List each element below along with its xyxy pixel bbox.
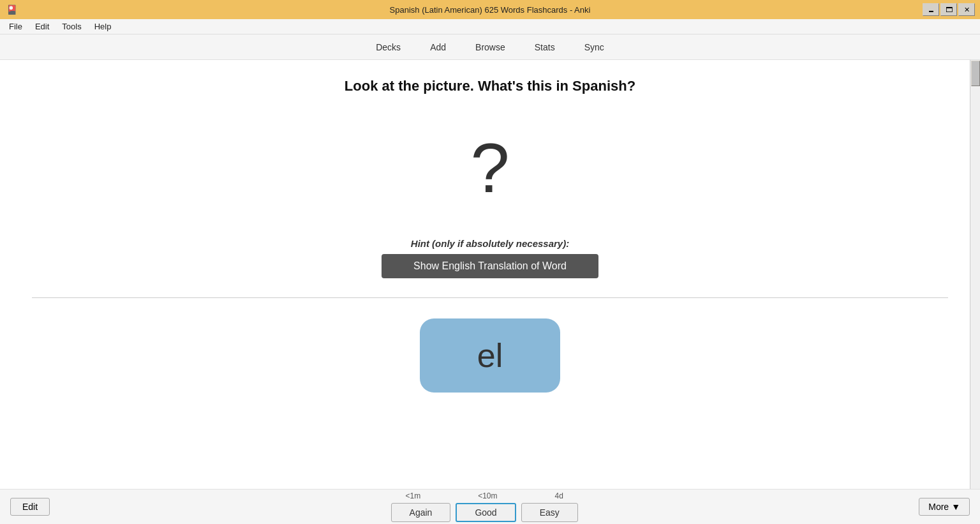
- answer-timing-row: <1m <10m 4d: [405, 491, 563, 500]
- scrollbar-thumb[interactable]: [971, 61, 980, 86]
- hint-label: Hint (only if absolutely necessary):: [411, 238, 569, 249]
- nav-browse[interactable]: Browse: [470, 40, 510, 55]
- bottom-center: <1m <10m 4d Again Good Easy: [50, 491, 919, 522]
- menu-file[interactable]: File: [3, 20, 29, 33]
- answer-text: el: [477, 337, 503, 374]
- question-mark-area: ?: [470, 133, 509, 203]
- scrollbar[interactable]: [970, 60, 980, 489]
- more-button[interactable]: More ▼: [919, 498, 970, 516]
- window-title: Spanish (Latin American) 625 Words Flash…: [390, 5, 591, 15]
- timing-again: <1m: [405, 491, 420, 500]
- bottom-right: More ▼: [919, 498, 970, 516]
- edit-button[interactable]: Edit: [10, 498, 50, 516]
- answer-card-area: el: [420, 318, 560, 393]
- menu-edit[interactable]: Edit: [29, 20, 56, 33]
- nav-decks[interactable]: Decks: [371, 40, 406, 55]
- more-chevron-icon: ▼: [951, 502, 960, 512]
- content-divider: [32, 297, 948, 298]
- minimize-button[interactable]: 🗕: [923, 3, 939, 16]
- menu-help[interactable]: Help: [88, 20, 118, 33]
- bottombar: Edit <1m <10m 4d Again Good Easy More ▼: [0, 489, 980, 524]
- easy-button[interactable]: Easy: [521, 503, 578, 522]
- answer-buttons-row: Again Good Easy: [391, 503, 578, 522]
- app-icon: 🎴: [5, 3, 18, 16]
- question-mark-icon: ?: [470, 133, 509, 203]
- more-label: More: [928, 502, 949, 512]
- hint-area: Hint (only if absolutely necessary): Sho…: [382, 238, 598, 278]
- main-content: Look at the picture. What's this in Span…: [0, 60, 980, 489]
- close-button[interactable]: ✕: [958, 3, 975, 16]
- navbar: Decks Add Browse Stats Sync: [0, 34, 980, 60]
- good-button[interactable]: Good: [456, 503, 516, 522]
- window-controls: 🗕 🗖 ✕: [923, 3, 975, 16]
- menu-tools[interactable]: Tools: [56, 20, 87, 33]
- timing-good: <10m: [478, 491, 497, 500]
- nav-sync[interactable]: Sync: [579, 40, 609, 55]
- answer-card: el: [420, 318, 560, 393]
- titlebar: 🎴 Spanish (Latin American) 625 Words Fla…: [0, 0, 980, 19]
- nav-stats[interactable]: Stats: [530, 40, 560, 55]
- menubar: File Edit Tools Help: [0, 19, 980, 34]
- card-question: Look at the picture. What's this in Span…: [345, 78, 635, 94]
- bottom-left: Edit: [10, 498, 50, 516]
- timing-easy: 4d: [555, 491, 563, 500]
- nav-add[interactable]: Add: [425, 40, 451, 55]
- maximize-button[interactable]: 🗖: [940, 3, 957, 16]
- again-button[interactable]: Again: [391, 503, 451, 522]
- hint-button[interactable]: Show English Translation of Word: [382, 254, 598, 278]
